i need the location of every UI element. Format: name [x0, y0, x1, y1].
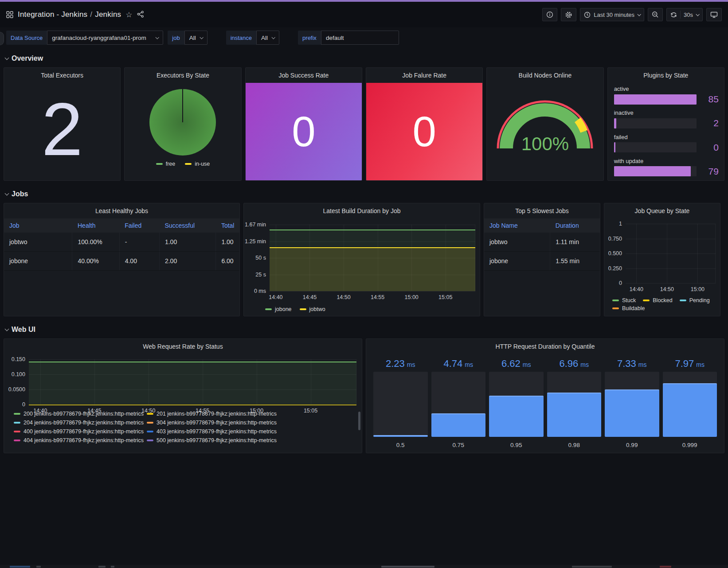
panel-title[interactable]: Least Healthy Jobs: [4, 203, 239, 218]
panel-title[interactable]: HTTP Request Duration by Quantile: [366, 339, 724, 354]
series-area-200: [29, 362, 356, 405]
legend-item-jobtwo[interactable]: jobtwo: [300, 306, 325, 312]
prefix-input[interactable]: default: [321, 31, 399, 45]
column-header-job[interactable]: Job: [4, 218, 72, 233]
legend-label: jobtwo: [309, 306, 325, 312]
quantile-bar-0.75: 4.74ms 0.75: [431, 356, 486, 449]
panel-title[interactable]: Plugins by State: [608, 68, 724, 83]
dashboard-settings-button[interactable]: [561, 8, 576, 21]
dashboards-grid-icon[interactable]: [6, 11, 13, 18]
legend-swatch: [265, 308, 272, 310]
section-web-ui[interactable]: Web UI: [0, 324, 728, 335]
x-tick: 15:05: [438, 291, 452, 300]
build-duration-plot: 1.67 min 1.25 min 50 s 25 s 0 ms 14:40 1…: [270, 225, 475, 291]
column-header-total[interactable]: Total: [216, 218, 239, 233]
legend-item-status-400[interactable]: 400 jenkins-b99778679-fhjkz:jenkins:http…: [14, 428, 147, 435]
panel-title[interactable]: Job Success Rate: [246, 68, 362, 83]
y-tick: 50 s: [255, 255, 270, 261]
legend-item-status-304[interactable]: 304 jenkins-b99778679-fhjkz:jenkins:http…: [147, 420, 355, 426]
legend-swatch: [643, 300, 650, 301]
section-overview[interactable]: Overview: [0, 53, 728, 64]
bar-quantile-label: 0.98: [547, 437, 602, 449]
panel-title[interactable]: Web Request Rate by Status: [4, 339, 362, 354]
legend-item-buildable[interactable]: Buildable: [612, 305, 720, 311]
quantile-bar-0.99: 7.33ms 0.99: [605, 356, 659, 449]
bar-fill: [431, 413, 486, 437]
refresh-button-group[interactable]: 30s: [666, 8, 703, 21]
legend-item-status-404[interactable]: 404 jenkins-b99778679-fhjkz:jenkins:http…: [14, 437, 147, 444]
legend-swatch: [14, 431, 20, 432]
bar-fill: [605, 389, 659, 437]
folder-name: Integration - Jenkins: [18, 10, 87, 19]
kiosk-mode-button[interactable]: [706, 8, 722, 21]
legend-item-jobone[interactable]: jobone: [265, 306, 292, 312]
table-row: jobone 1.55 min: [484, 252, 600, 271]
column-header-job-name[interactable]: Job Name: [484, 218, 550, 233]
bar-quantile-label: 0.75: [431, 437, 486, 449]
chevron-down-icon: [200, 35, 203, 39]
legend-label: Buildable: [622, 305, 645, 311]
panel-title[interactable]: Total Executors: [4, 68, 120, 83]
job-select[interactable]: All: [184, 31, 207, 45]
column-header-failed[interactable]: Failed: [119, 218, 159, 233]
time-range-picker[interactable]: Last 30 minutes: [580, 8, 644, 21]
y-tick: 1.25 min: [245, 238, 270, 245]
legend-item-status-200[interactable]: 200 jenkins-b99778679-fhjkz:jenkins:http…: [14, 411, 147, 417]
panel-job-queue: Job Queue by State 1 0.750 0.500 0.250 0: [604, 203, 720, 316]
legend-swatch: [14, 440, 20, 441]
series-area-jobtwo: [270, 247, 475, 291]
panel-title[interactable]: Build Nodes Online: [487, 68, 603, 83]
legend-item-status-201[interactable]: 201 jenkins-b99778679-fhjkz:jenkins:http…: [147, 411, 355, 417]
legend-item-pending[interactable]: Pending: [680, 297, 710, 303]
instance-select[interactable]: All: [256, 31, 279, 45]
zoom-out-time-button[interactable]: [648, 8, 663, 21]
column-header-health[interactable]: Health: [72, 218, 119, 233]
legend-item-stuck[interactable]: Stuck: [612, 297, 636, 303]
panel-build-nodes-online: Build Nodes Online 100%: [486, 67, 603, 181]
section-jobs[interactable]: Jobs: [0, 189, 728, 199]
refresh-interval-label: 30s: [684, 12, 693, 18]
legend-item-status-204[interactable]: 204 jenkins-b99778679-fhjkz:jenkins:http…: [14, 420, 147, 426]
panel-least-healthy-jobs: Least Healthy Jobs Job Health Failed Suc…: [4, 203, 240, 316]
bar-gauge-with-update: with update 79: [614, 158, 719, 177]
datasource-select[interactable]: grafanacloud-ryanggrafana01-prom: [47, 31, 163, 45]
bar-unit: ms: [407, 361, 415, 368]
panel-slowest-jobs: Top 5 Slowest Jobs Job Name Duration job…: [484, 203, 600, 316]
cell-successful: 2.00: [159, 252, 215, 271]
legend-item-status-500[interactable]: 500 jenkins-b99778679-fhjkz:jenkins:http…: [147, 437, 355, 444]
star-icon[interactable]: ☆: [125, 11, 132, 19]
column-header-duration[interactable]: Duration: [550, 218, 600, 233]
legend-scrollbar[interactable]: [358, 412, 360, 430]
legend-item-blocked[interactable]: Blocked: [643, 297, 672, 303]
panel-title[interactable]: Job Falure Rate: [366, 68, 482, 83]
sidebar-toggle-handle[interactable]: [0, 32, 4, 45]
legend-swatch: [147, 413, 153, 415]
gauge-value: 100%: [495, 133, 595, 155]
panel-title[interactable]: Top 5 Slowest Jobs: [484, 203, 600, 218]
bar-track: [489, 372, 544, 437]
legend-label: in-use: [195, 161, 210, 167]
legend-swatch: [680, 300, 686, 301]
chevron-down-icon: [156, 35, 159, 39]
bar-gauge-label: with update: [614, 158, 719, 164]
legend-item-in-use[interactable]: in-use: [185, 161, 210, 167]
table-header-row: Job Health Failed Successful Total: [4, 218, 239, 233]
panel-title[interactable]: Executors By State: [125, 68, 241, 83]
cell-job: jobtwo: [4, 233, 72, 252]
series-line-200: [29, 362, 356, 362]
panel-title[interactable]: Job Queue by State: [604, 203, 720, 218]
legend-item-free[interactable]: free: [156, 161, 176, 167]
panel-title[interactable]: Latest Build Duration by Job: [244, 203, 480, 218]
x-tick: 15:00: [691, 283, 705, 292]
share-icon[interactable]: [137, 11, 144, 19]
quantile-bar-0.5: 2.23ms 0.5: [373, 356, 428, 449]
legend-item-status-403[interactable]: 403 jenkins-b99778679-fhjkz:jenkins:http…: [147, 428, 355, 435]
y-tick: 0 ms: [254, 288, 270, 294]
dashboard-breadcrumb[interactable]: Integration - Jenkins/Jenkins: [18, 10, 121, 19]
bar-gauge-fill: [614, 166, 691, 176]
bar-fill: [373, 435, 428, 437]
column-header-successful[interactable]: Successful: [159, 218, 215, 233]
panel-info-button[interactable]: [542, 8, 557, 21]
cell-job: jobone: [4, 252, 72, 271]
chevron-down-icon: [696, 12, 699, 16]
